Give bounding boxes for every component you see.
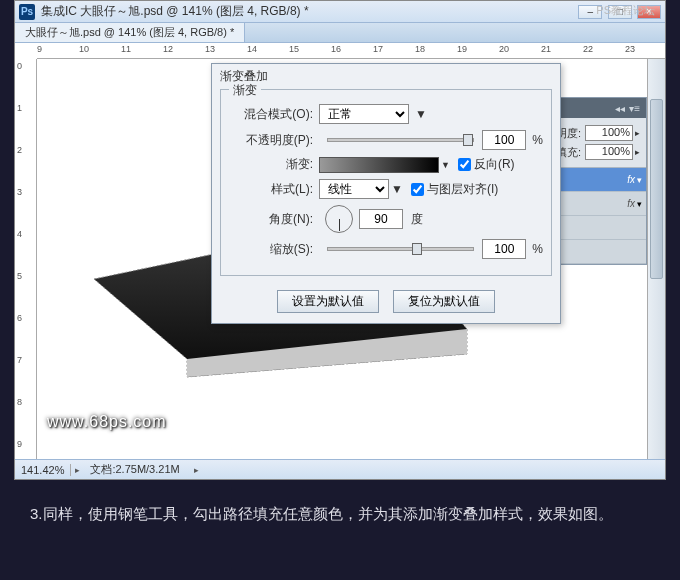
style-label: 样式(L): xyxy=(229,181,319,198)
reverse-checkbox[interactable] xyxy=(458,158,471,171)
panel-menu-icon[interactable]: ▾≡ xyxy=(629,103,640,114)
angle-dial[interactable] xyxy=(325,205,353,233)
scale-slider[interactable] xyxy=(327,247,474,251)
angle-input[interactable] xyxy=(359,209,403,229)
style-select[interactable]: 线性 xyxy=(319,179,389,199)
scale-unit: % xyxy=(532,242,543,256)
photoshop-window: PS教程论坛 Ps 集成IC 大眼仔～旭.psd @ 141% (图层 4, R… xyxy=(14,0,666,480)
ruler-horizontal: 9 10 11 12 13 14 15 16 17 18 19 20 21 22… xyxy=(37,43,665,59)
opacity-input[interactable] xyxy=(482,130,526,150)
opacity-label: 不透明度(P): xyxy=(229,132,319,149)
fill-field[interactable]: 100% xyxy=(585,144,633,160)
reset-default-button[interactable]: 复位为默认值 xyxy=(393,290,495,313)
chevron-down-icon[interactable]: ▸ xyxy=(635,147,640,157)
app-icon: Ps xyxy=(19,4,35,20)
chevron-down-icon[interactable]: ▸ xyxy=(635,128,640,138)
titlebar: Ps 集成IC 大眼仔～旭.psd @ 141% (图层 4, RGB/8) *… xyxy=(15,1,665,23)
panel-flyout-icon[interactable]: ◂◂ xyxy=(615,103,625,114)
scale-label: 缩放(S): xyxy=(229,241,319,258)
opacity-field[interactable]: 100% xyxy=(585,125,633,141)
window-title: 集成IC 大眼仔～旭.psd @ 141% (图层 4, RGB/8) * xyxy=(41,3,309,20)
fx-badge[interactable]: fx xyxy=(627,174,635,185)
statusbar: 141.42% ▸ 文档:2.75M/3.21M ▸ xyxy=(15,459,665,479)
zoom-level[interactable]: 141.42% xyxy=(15,464,71,476)
opacity-unit: % xyxy=(532,133,543,147)
watermark-bottom-left: www.68ps.com xyxy=(47,413,167,431)
tutorial-caption: 3.同样，使用钢笔工具，勾出路径填充任意颜色，并为其添加渐变叠加样式，效果如图。 xyxy=(30,500,650,529)
scrollbar-thumb[interactable] xyxy=(650,99,663,279)
angle-unit: 度 xyxy=(411,211,423,228)
docinfo-dropdown-icon[interactable]: ▸ xyxy=(194,465,199,475)
watermark-top-right: PS教程论坛 xyxy=(596,3,655,18)
gradient-overlay-dialog: 渐变叠加 渐变 混合模式(O): 正常 ▼ 不透明度(P): % 渐变: ▼ xyxy=(211,63,561,324)
gradient-dropdown-icon[interactable]: ▼ xyxy=(441,160,450,170)
set-default-button[interactable]: 设置为默认值 xyxy=(277,290,379,313)
ruler-vertical: 0 1 2 3 4 5 6 7 8 9 xyxy=(15,59,37,459)
reverse-label: 反向(R) xyxy=(474,156,515,173)
blend-mode-select[interactable]: 正常 xyxy=(319,104,409,124)
scrollbar-vertical[interactable] xyxy=(647,59,665,459)
align-label: 与图层对齐(I) xyxy=(427,181,498,198)
blend-mode-label: 混合模式(O): xyxy=(229,106,319,123)
dialog-title: 渐变叠加 xyxy=(212,64,560,85)
angle-label: 角度(N): xyxy=(229,211,319,228)
gradient-picker[interactable] xyxy=(319,157,439,173)
group-title: 渐变 xyxy=(229,82,261,99)
align-checkbox[interactable] xyxy=(411,183,424,196)
scale-input[interactable] xyxy=(482,239,526,259)
fx-badge[interactable]: fx xyxy=(627,198,635,209)
doc-info: 文档:2.75M/3.21M xyxy=(80,462,189,477)
opacity-slider[interactable] xyxy=(327,138,474,142)
document-tabbar: 大眼仔～旭.psd @ 141% (图层 4, RGB/8) * xyxy=(15,23,665,43)
gradient-label: 渐变: xyxy=(229,156,319,173)
document-tab[interactable]: 大眼仔～旭.psd @ 141% (图层 4, RGB/8) * xyxy=(15,23,245,42)
